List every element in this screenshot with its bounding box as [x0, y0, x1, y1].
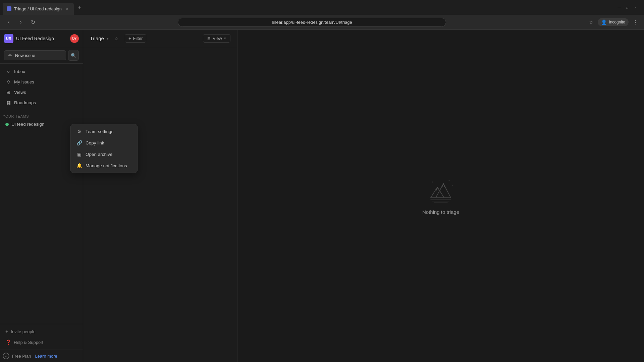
bookmark-button[interactable]: ☆	[586, 17, 596, 27]
tab-favicon	[7, 6, 11, 11]
menu-item-team-settings-label: Team settings	[86, 129, 113, 134]
sub-panel-header: Triage ▾ ☆ + Filter ⊞ View ▾	[83, 30, 237, 47]
gear-icon: ⚙	[76, 128, 82, 134]
tab-close-button[interactable]: ×	[64, 6, 70, 11]
url-bar[interactable]: linear.app/ui-feed-redesign/team/UI/tria…	[178, 18, 446, 27]
menu-item-copy-link-label: Copy link	[86, 140, 104, 145]
address-bar: ‹ › ↻ linear.app/ui-feed-redesign/team/U…	[0, 15, 644, 29]
browser-chrome: Triage / Ui feed redesign × + — □ × ‹ › …	[0, 0, 644, 30]
chevron-down-icon[interactable]: ▾	[107, 36, 109, 41]
sidebar-item-my-issues[interactable]: ◇ My issues	[3, 77, 80, 87]
teams-section-label: Your teams	[0, 110, 83, 120]
team-item-ui-feed-redesign[interactable]: Ui feed redesign ›	[3, 120, 80, 129]
browser-actions: ☆ 👤 Incognito ⋮	[586, 17, 640, 27]
incognito-label: Incognito	[609, 20, 625, 24]
roadmaps-icon: ▦	[5, 100, 11, 106]
forward-button[interactable]: ›	[16, 17, 25, 27]
svg-marker-4	[436, 184, 451, 198]
empty-state: Nothing to triage	[422, 177, 459, 215]
menu-item-copy-link[interactable]: 🔗 Copy link	[72, 137, 136, 148]
archive-icon: ▣	[76, 151, 82, 157]
view-chevron-icon: ▾	[224, 36, 226, 41]
my-issues-icon: ◇	[5, 79, 11, 85]
plan-label: Free Plan	[12, 354, 31, 359]
my-issues-label: My issues	[14, 79, 34, 84]
incognito-button[interactable]: 👤 Incognito	[598, 18, 629, 26]
star-button[interactable]: ☆	[113, 35, 121, 43]
svg-point-8	[429, 187, 429, 187]
help-support-button[interactable]: ❓ Help & Support	[3, 338, 80, 347]
back-button[interactable]: ‹	[4, 17, 13, 27]
sidebar-item-views[interactable]: ⊞ Views	[3, 87, 80, 97]
new-issue-button[interactable]: ✏ New issue	[4, 50, 66, 60]
avatar-badge[interactable]: D7	[70, 34, 79, 43]
plus-icon: +	[5, 329, 8, 334]
views-icon: ⊞	[5, 89, 11, 95]
views-label: Views	[14, 90, 26, 95]
team-name-label: Ui feed redesign	[11, 122, 44, 127]
svg-marker-3	[431, 187, 444, 198]
free-plan-bar: ○ Free Plan Learn more	[0, 350, 83, 362]
plan-icon: ○	[3, 353, 9, 359]
filter-button[interactable]: + Filter	[125, 34, 146, 43]
filter-plus-icon: +	[128, 36, 131, 41]
app-container: UR UI Feed Redesign D7 ✏ New issue 🔍 ○ I…	[0, 30, 644, 362]
roadmaps-label: Roadmaps	[14, 100, 36, 105]
reload-button[interactable]: ↻	[28, 17, 38, 27]
menu-item-team-settings[interactable]: ⚙ Team settings	[72, 126, 136, 137]
sidebar-actions: ✏ New issue 🔍	[0, 47, 83, 64]
svg-point-6	[448, 180, 449, 181]
menu-item-manage-notifications-label: Manage notifications	[86, 163, 127, 168]
link-icon: 🔗	[76, 140, 82, 146]
workspace-header: UR UI Feed Redesign D7	[0, 30, 83, 47]
sidebar-item-roadmaps[interactable]: ▦ Roadmaps	[3, 98, 80, 108]
svg-point-7	[452, 185, 453, 186]
empty-state-title: Nothing to triage	[422, 209, 459, 215]
bell-icon: 🔔	[76, 163, 82, 169]
workspace-name: UI Feed Redesign	[16, 36, 67, 41]
browser-tab[interactable]: Triage / Ui feed redesign ×	[3, 3, 74, 15]
new-tab-button[interactable]: +	[75, 3, 85, 12]
page-title: Triage	[90, 36, 104, 41]
sidebar: UR UI Feed Redesign D7 ✏ New issue 🔍 ○ I…	[0, 30, 83, 362]
minimize-button[interactable]: —	[617, 5, 621, 9]
help-icon: ❓	[5, 340, 11, 345]
invite-people-button[interactable]: + Invite people	[3, 327, 80, 336]
main-content: Nothing to triage	[237, 30, 644, 362]
page-title-section: Triage ▾	[90, 36, 109, 41]
view-grid-icon: ⊞	[207, 36, 211, 41]
sidebar-item-inbox[interactable]: ○ Inbox	[3, 66, 80, 76]
sidebar-navigation: ○ Inbox ◇ My issues ⊞ Views ▦ Roadmaps	[0, 64, 83, 110]
search-icon: 🔍	[71, 53, 76, 58]
invite-label: Invite people	[11, 329, 36, 334]
learn-more-link[interactable]: Learn more	[35, 354, 57, 359]
inbox-label: Inbox	[14, 69, 25, 74]
maximize-button[interactable]: □	[625, 5, 629, 9]
menu-item-open-archive[interactable]: ▣ Open archive	[72, 148, 136, 160]
inbox-icon: ○	[5, 68, 11, 74]
menu-item-manage-notifications[interactable]: 🔔 Manage notifications	[72, 160, 136, 171]
workspace-icon: UR	[4, 34, 13, 43]
sub-panel: Triage ▾ ☆ + Filter ⊞ View ▾	[83, 30, 237, 362]
more-options-button[interactable]: ⋮	[631, 17, 640, 27]
team-status-dot	[5, 123, 9, 126]
new-issue-label: New issue	[15, 53, 35, 58]
tab-title: Triage / Ui feed redesign	[14, 6, 62, 11]
menu-item-open-archive-label: Open archive	[86, 152, 112, 157]
sidebar-bottom: + Invite people ❓ Help & Support	[0, 324, 83, 350]
content-area: Nothing to triage	[237, 30, 644, 362]
svg-point-5	[432, 182, 433, 183]
empty-state-illustration	[424, 177, 458, 204]
view-label: View	[213, 36, 222, 41]
help-label: Help & Support	[14, 340, 43, 345]
close-window-button[interactable]: ×	[633, 5, 637, 9]
filter-label: Filter	[133, 36, 143, 41]
search-button[interactable]: 🔍	[68, 50, 79, 61]
pencil-icon: ✏	[8, 53, 12, 58]
context-menu: ⚙ Team settings 🔗 Copy link ▣ Open archi…	[70, 124, 138, 173]
view-button[interactable]: ⊞ View ▾	[203, 34, 230, 43]
